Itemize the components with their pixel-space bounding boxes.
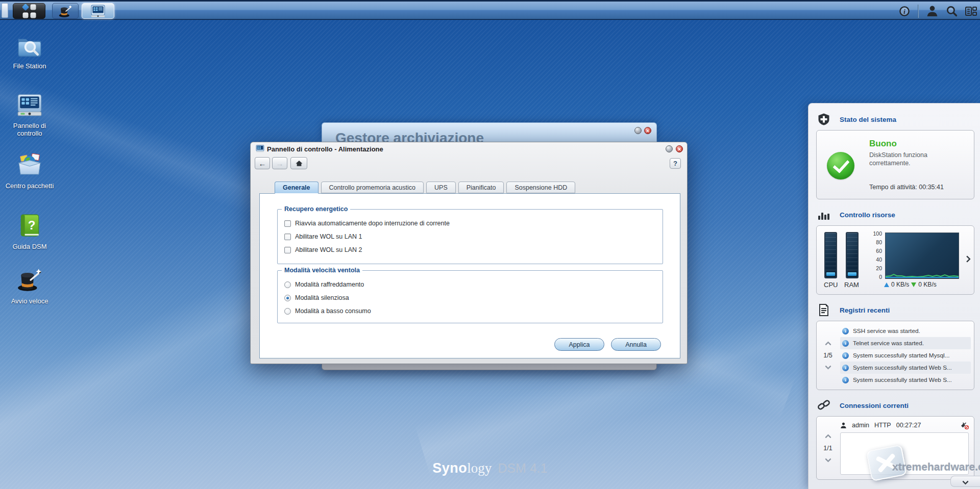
upload-speed: 0 KB/s [891,281,909,288]
log-text: System successfully started Web S... [853,364,952,371]
taskbar-quick-start-button[interactable] [52,3,79,19]
log-row: i System successfully started Web S... [840,374,971,386]
collapse-panel-button[interactable] [950,476,980,487]
tab-ups[interactable]: UPS [426,182,456,193]
axis-tick: 80 [876,239,882,245]
control-panel-mini-icon [256,145,264,152]
package-center-icon [16,153,43,177]
cancel-button[interactable]: Annulla [611,338,661,351]
help-label: ? [673,160,677,167]
dialog-buttons: Applica Annulla [554,338,661,351]
recent-logs-header: Registri recenti [817,302,974,318]
control-panel-icon [16,93,43,117]
checkbox-label: Abilitare WOL su LAN 2 [295,246,362,253]
pager-down-chevron[interactable] [825,456,831,462]
pager-up-chevron[interactable] [825,341,831,348]
file-station-icon [16,35,43,57]
desktop-icon-control-panel[interactable]: Pannello di controllo [0,93,59,137]
tab-controllo-promemoria-acustico[interactable]: Controllo promemoria acustico [321,182,424,193]
close-button[interactable] [676,145,683,152]
ram-label: RAM [844,281,859,289]
desktop-icon-quick-start[interactable]: Avvio veloce [0,268,59,305]
desktop-icon-dsm-help[interactable]: ? Guida DSM [0,213,59,250]
radio-label: Modalità a basso consumo [295,307,371,315]
fieldset-legend: Modalità velocità ventola [282,267,362,274]
log-document-icon [817,303,830,317]
apply-button[interactable]: Applica [554,338,604,351]
desktop-icon-file-station[interactable]: File Station [0,35,59,70]
info-icon: i [842,328,849,334]
connections-header: Connessioni correnti [817,398,974,413]
dialog-titlebar[interactable]: Pannello di controllo - Alimentazione [251,142,687,156]
axis-tick: 0 [879,274,882,280]
minimize-button[interactable] [666,145,673,152]
show-desktop-button[interactable] [2,3,8,18]
cpu-label: CPU [824,281,838,289]
download-speed: 0 KB/s [918,281,936,288]
pilot-view-icon[interactable] [965,5,977,17]
main-menu-button[interactable] [13,3,45,19]
close-button[interactable] [644,127,651,134]
log-row: i Telnet service was started. [840,337,971,349]
pager-text: 1/1 [823,445,832,452]
axis-tick: 20 [876,265,882,271]
tab-generale[interactable]: Generale [275,182,318,194]
checkbox-wol-lan1[interactable] [284,234,291,240]
disconnect-icon[interactable] [960,422,969,429]
user-icon[interactable] [926,5,938,17]
connection-protocol: HTTP [874,422,891,429]
radio-row: Modalità a basso consumo [284,307,371,315]
checkbox-restart-after-power-failure[interactable] [284,220,291,227]
pager-down-chevron[interactable] [825,363,831,370]
axis-tick: 100 [873,230,882,237]
back-arrow-icon: ← [259,159,266,168]
control-panel-icon [89,5,107,18]
connections-pager: 1/1 [817,417,839,479]
home-button[interactable] [290,157,307,169]
energy-recovery-fieldset: Recupero energetico Riavvia automaticame… [277,209,663,264]
widget-panel: Stato del sistema Buono DiskStation funz… [808,103,980,489]
back-button[interactable]: ← [255,157,270,169]
svg-text:?: ? [28,218,36,232]
checkbox-wol-lan2[interactable] [284,247,291,253]
pager-up-chevron[interactable] [825,434,831,441]
section-title: Connessioni correnti [840,402,909,409]
radio-cooling-mode[interactable] [284,281,291,288]
logs-pager: 1/5 [817,321,839,390]
tab-sospensione-hdd[interactable]: Sospensione HDD [506,182,575,193]
log-row: i System successfully started Web S... [840,362,971,374]
cpu-meter [824,232,837,278]
desktop-icon-label: Pannello di controllo [0,122,59,137]
logo-text-serif: logy [467,460,492,476]
log-text: SSH service was started. [853,327,920,334]
tab-pianificato[interactable]: Pianificato [458,182,504,193]
apply-label: Applica [569,341,590,348]
search-icon[interactable] [945,5,958,17]
connections-list-area [840,432,969,475]
taskbar-control-panel-button[interactable] [82,3,114,19]
checkbox-row: Abilitare WOL su LAN 1 [284,233,362,240]
connections-card: 1/1 admin HTTP 00:27:27 [816,416,974,480]
radio-label: Modalità silenziosa [295,294,349,301]
info-icon[interactable]: i [898,5,911,17]
tab-label: Sospensione HDD [514,184,567,191]
open-resource-monitor-chevron[interactable] [965,254,970,264]
minimize-button[interactable] [634,127,642,134]
radio-quiet-mode[interactable] [284,295,291,301]
connection-user: admin [852,422,869,429]
checkbox-row: Abilitare WOL su LAN 2 [284,246,362,253]
recent-logs-card: 1/5 i SSH service was started. i Telnet … [816,321,974,390]
system-status-card: Buono DiskStation funziona correttamente… [816,130,974,199]
tab-label: Pianificato [467,184,496,191]
desktop-background: File Station [0,0,980,489]
resource-monitor-header: Controllo risorse [817,207,974,222]
forward-button[interactable]: → [272,157,287,169]
radio-low-power-mode[interactable] [284,308,291,315]
cancel-label: Annulla [625,341,647,348]
help-button[interactable]: ? [670,158,681,169]
log-row: i SSH service was started. [840,325,971,337]
bar-chart-icon [817,208,830,221]
storage-manager-title: Gestore archiviazione [335,130,484,142]
desktop-icon-package-center[interactable]: Centro pacchetti [0,153,59,190]
axis-tick: 60 [876,248,882,254]
